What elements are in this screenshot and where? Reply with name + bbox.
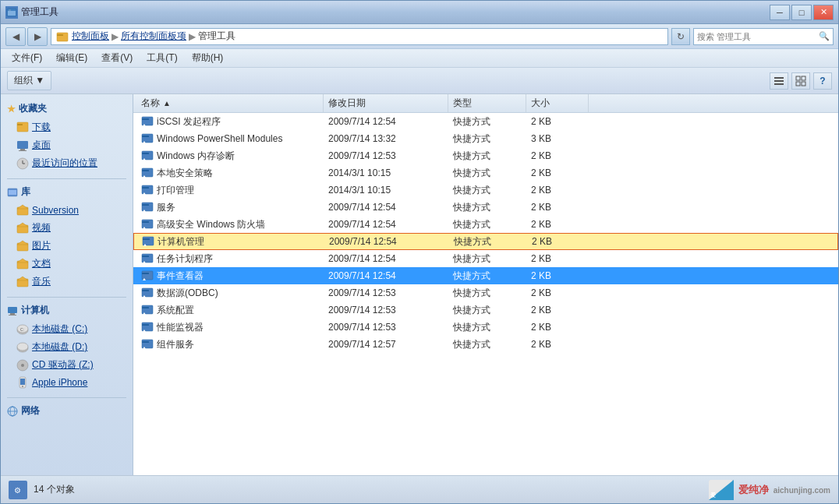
table-row[interactable]: 系统配置 2009/7/14 12:53 快捷方式 2 KB [133,301,838,319]
watermark: 爱 爱纯净 aichunjing.com [709,480,830,500]
table-row[interactable]: Windows PowerShell Modules 2009/7/14 13:… [133,130,838,147]
cell-type: 快捷方式 [448,252,526,266]
network-header: 网络 [1,401,133,421]
cell-date: 2009/7/14 12:53 [324,150,448,161]
col-header-size[interactable]: 大小 [526,94,589,112]
documents-icon [16,258,29,270]
svg-rect-72 [142,254,153,263]
sidebar-item-drive-z[interactable]: CD 驱动器 (Z:) [1,356,133,374]
svg-rect-73 [142,256,149,257]
sidebar-item-drive-c[interactable]: C: 本地磁盘 (C:) [1,320,133,338]
table-row[interactable]: iSCSI 发起程序 2009/7/14 12:54 快捷方式 2 KB [133,113,838,130]
menu-file[interactable]: 文件(F) [5,50,48,66]
svg-marker-29 [17,259,28,263]
close-button[interactable]: ✕ [813,5,834,20]
cell-size: 2 KB [526,219,589,230]
address-bar: ◀ ▶ 控制面板 ▶ 所有控制面板项 ▶ 管理工具 ↻ 🔍 [1,24,838,49]
sidebar-item-desktop[interactable]: 桌面 [1,136,133,154]
table-row[interactable]: Windows 内存诊断 2009/7/14 12:53 快捷方式 2 KB [133,147,838,164]
table-row[interactable]: 数据源(ODBC) 2009/7/14 12:53 快捷方式 2 KB [133,284,838,301]
cell-size: 2 KB [526,185,589,196]
table-row[interactable]: 组件服务 2009/7/14 12:57 快捷方式 2 KB [133,336,838,353]
cell-date: 2009/7/14 12:54 [324,219,448,230]
help-button[interactable]: ? [813,72,832,90]
sidebar-item-documents[interactable]: 文档 [1,255,133,273]
menu-edit[interactable]: 编辑(E) [50,50,94,66]
minimize-button[interactable]: ─ [770,5,790,20]
col-header-type[interactable]: 类型 [448,94,526,112]
file-icon [141,269,154,284]
watermark-text: 爱纯净 aichunjing.com [738,483,830,497]
svg-marker-31 [17,277,28,280]
table-row[interactable]: 高级安全 Windows 防火墙 2009/7/14 12:54 快捷方式 2 … [133,216,838,233]
file-icon [141,183,154,198]
menu-help[interactable]: 帮助(H) [186,50,230,66]
table-row[interactable]: 事件查看器 2009/7/14 12:54 快捷方式 2 KB [133,267,838,284]
title-bar-icon [5,6,18,19]
svg-rect-58 [142,170,149,171]
cell-type: 快捷方式 [448,304,526,317]
col-header-name[interactable]: 名称 ▲ [136,94,324,112]
sidebar-item-music[interactable]: 音乐 [1,273,133,291]
cell-size: 2 KB [526,167,589,178]
refresh-button[interactable]: ↻ [671,28,690,45]
sidebar-item-video[interactable]: 视频 [1,219,133,237]
grid-view-button[interactable] [791,72,810,90]
sidebar-item-drive-d[interactable]: 本地磁盘 (D:) [1,338,133,356]
maximize-button[interactable]: □ [791,5,812,20]
path-part-1: 控制面板 [72,30,109,43]
menu-tools[interactable]: 工具(T) [140,50,183,66]
organize-button[interactable]: 组织 ▼ [7,71,51,90]
svg-rect-10 [796,82,800,86]
svg-rect-11 [802,82,805,86]
computer-section: 计算机 C: 本地磁盘 (C:) 本地磁盘 (D:) [1,301,133,391]
table-row[interactable]: 任务计划程序 2009/7/14 12:54 快捷方式 2 KB [133,250,838,267]
forward-button[interactable]: ▶ [27,27,48,46]
sidebar-item-iphone[interactable]: Apple iPhone [1,374,133,391]
svg-rect-79 [142,290,149,291]
svg-rect-1 [8,11,16,16]
svg-rect-57 [142,168,153,177]
sidebar-item-subversion[interactable]: Subversion [1,202,133,219]
favorites-section: ★ 收藏夹 下载 [1,99,133,172]
table-row[interactable]: 性能监视器 2009/7/14 12:53 快捷方式 2 KB [133,319,838,336]
cell-name: 高级安全 Windows 防火墙 [136,217,324,232]
cell-date: 2009/7/14 12:53 [324,322,448,333]
table-row[interactable]: 计算机管理 2009/7/14 12:54 快捷方式 2 KB [133,233,838,250]
favorites-header: ★ 收藏夹 [1,99,133,118]
status-bar: ⚙ 14 个对象 爱 爱纯净 aichunjing.com [1,475,838,503]
svg-rect-34 [9,315,16,315]
svg-rect-81 [142,305,153,314]
col-header-date[interactable]: 修改日期 [324,94,448,112]
cell-name: 任务计划程序 [136,252,324,266]
list-view-button[interactable] [770,72,788,90]
search-input[interactable] [697,32,819,41]
cell-date: 2009/7/14 12:53 [324,287,448,298]
svg-rect-6 [774,80,784,82]
table-row[interactable]: 服务 2009/7/14 12:54 快捷方式 2 KB [133,199,838,216]
cell-date: 2014/3/1 10:15 [324,185,448,196]
sidebar-item-download[interactable]: 下载 [1,118,133,136]
sidebar-item-pictures[interactable]: 图片 [1,237,133,255]
cell-size: 2 KB [526,287,589,298]
cell-type: 快捷方式 [448,150,526,163]
back-button[interactable]: ◀ [5,27,26,46]
sidebar-item-recent[interactable]: 最近访问的位置 [1,154,133,172]
svg-rect-60 [142,185,153,194]
title-bar-buttons: ─ □ ✕ [770,5,834,20]
table-row[interactable]: 本地安全策略 2014/3/1 10:15 快捷方式 2 KB [133,164,838,182]
search-icon[interactable]: 🔍 [819,31,830,41]
svg-marker-25 [17,223,28,227]
svg-rect-7 [774,83,784,85]
file-icon [141,303,154,318]
divider-2 [7,297,126,298]
svg-rect-49 [142,118,149,120]
status-text: 14 个对象 [34,483,75,496]
menu-view[interactable]: 查看(V) [95,50,139,66]
address-path[interactable]: 控制面板 ▶ 所有控制面板项 ▶ 管理工具 [51,28,668,45]
search-box[interactable]: 🔍 [693,28,834,45]
table-row[interactable]: 打印管理 2014/3/1 10:15 快捷方式 2 KB [133,182,838,199]
title-bar: 管理工具 ─ □ ✕ [1,1,838,24]
file-area: 名称 ▲ 修改日期 类型 大小 iS [133,94,838,475]
library-section: 库 Subversion 视频 [1,182,133,291]
